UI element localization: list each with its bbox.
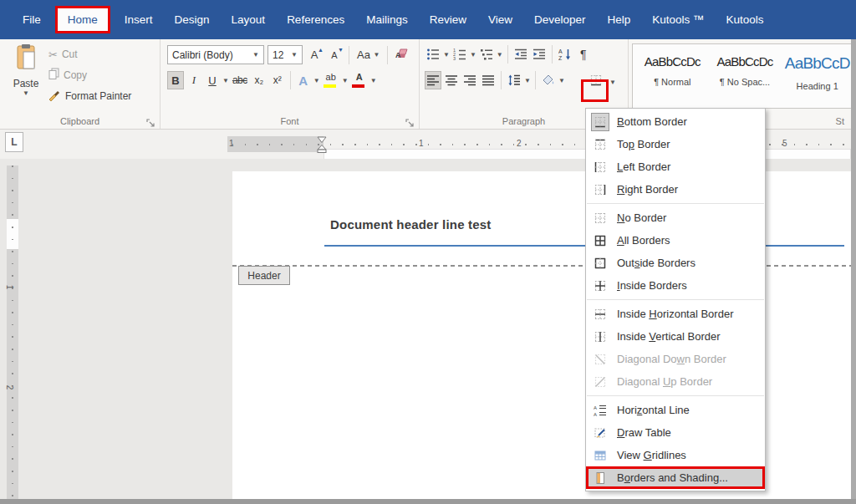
font-color-arrow-icon[interactable]: ▼: [370, 77, 377, 84]
borders-button[interactable]: [583, 71, 609, 93]
line-spacing-arrow-icon[interactable]: ▼: [524, 77, 531, 84]
border-menu-item[interactable]: Inside Horizontal Border: [586, 303, 765, 325]
document-heading-text: Document header line test: [330, 217, 492, 232]
border-menu-item: Diagonal Up Border: [586, 370, 765, 393]
clipboard-dialog-launcher-icon[interactable]: [146, 116, 156, 126]
font-group-label: Font: [160, 116, 419, 126]
top-border-icon: [591, 135, 609, 154]
underline-button[interactable]: U: [204, 71, 221, 89]
copy-button[interactable]: Copy: [48, 67, 131, 84]
border-menu-item[interactable]: Inside Borders: [586, 274, 765, 297]
numbering-arrow-icon[interactable]: ▼: [470, 51, 476, 59]
align-left-button[interactable]: [425, 71, 441, 89]
superscript-button[interactable]: x²: [269, 71, 286, 89]
change-case-button[interactable]: Aa ▼: [355, 46, 381, 64]
ribbon-tab[interactable]: References: [276, 8, 355, 31]
border-menu-item[interactable]: View Gridlines: [586, 444, 765, 466]
multilevel-list-button[interactable]: [478, 45, 495, 64]
italic-button[interactable]: I: [186, 71, 202, 89]
border-menu-item[interactable]: Borders and Shading...: [586, 466, 765, 489]
cut-button[interactable]: ✂ Cut: [48, 46, 131, 63]
highlight-color-swatch: [324, 84, 336, 88]
ribbon-tab[interactable]: Mailings: [355, 8, 419, 31]
horizontal-line-icon: AA: [591, 401, 609, 420]
ribbon-tab[interactable]: Kutools: [716, 8, 775, 31]
indent-markers[interactable]: [316, 136, 329, 156]
ribbon-tab[interactable]: Layout: [221, 8, 277, 31]
border-menu-item[interactable]: Left Border: [586, 155, 765, 178]
menu-item-label: Inside Horizontal Border: [617, 308, 733, 320]
border-menu-item[interactable]: Draw Table: [586, 421, 765, 444]
ribbon-tab[interactable]: File: [12, 8, 52, 31]
line-spacing-button[interactable]: [506, 71, 522, 89]
border-menu-item[interactable]: Inside Vertical Border: [586, 325, 765, 348]
combo-arrow-icon: ▼: [291, 51, 298, 59]
ribbon-tab[interactable]: View: [477, 8, 523, 31]
eraser-icon: A: [395, 48, 410, 63]
grow-font-button[interactable]: A▲: [306, 46, 323, 64]
sort-button[interactable]: AZ: [557, 45, 573, 64]
ribbon-tab[interactable]: Review: [419, 8, 477, 31]
text-highlight-button[interactable]: ab: [322, 71, 340, 89]
border-menu-item[interactable]: All Borders: [586, 229, 765, 252]
decrease-indent-button[interactable]: [512, 45, 529, 64]
show-formatting-button[interactable]: ¶: [575, 45, 592, 64]
align-right-button[interactable]: [461, 71, 478, 89]
shrink-font-button[interactable]: A▼: [326, 46, 343, 64]
align-center-button[interactable]: [443, 71, 460, 89]
ribbon-tab[interactable]: Insert: [114, 8, 164, 31]
styles-group-label: St: [836, 116, 844, 126]
style-card[interactable]: AaBbCcDc ¶ Normal: [636, 49, 709, 108]
font-color-button[interactable]: A: [350, 71, 369, 89]
vruler-ticks: [12, 165, 13, 499]
border-menu-item[interactable]: Outside Borders: [586, 252, 765, 274]
border-menu-item[interactable]: AA Horizontal Line: [586, 399, 765, 421]
menu-item-label: Outside Borders: [617, 257, 696, 269]
font-size-combobox[interactable]: 12▼: [268, 45, 303, 64]
text-effects-button[interactable]: A: [295, 71, 312, 89]
increase-indent-button[interactable]: [531, 45, 548, 64]
font-dialog-launcher-icon[interactable]: [405, 116, 415, 126]
subscript-button[interactable]: x₂: [251, 71, 268, 89]
ribbon-tab[interactable]: Home: [55, 6, 110, 33]
vertical-ruler[interactable]: 12: [7, 165, 18, 499]
border-menu-item[interactable]: Bottom Border: [586, 110, 765, 133]
menu-item-label: Horizontal Line: [617, 404, 690, 416]
left-border-icon: [591, 158, 609, 176]
highlight-arrow-icon[interactable]: ▼: [342, 77, 349, 84]
format-painter-button[interactable]: Format Painter: [48, 88, 131, 104]
font-name-combobox[interactable]: Calibri (Body)▼: [167, 45, 264, 64]
menu-item-label: All Borders: [617, 234, 670, 247]
style-card[interactable]: AaBbCcDc ¶ No Spac...: [709, 49, 782, 108]
border-menu-item[interactable]: No Border: [586, 206, 765, 229]
svg-text:A: A: [395, 51, 401, 59]
ribbon-tab[interactable]: Developer: [523, 8, 597, 31]
ribbon-tab[interactable]: Design: [164, 8, 221, 31]
text-effects-arrow-icon[interactable]: ▼: [313, 77, 320, 84]
paste-dropdown-arrow-icon[interactable]: ▼: [23, 89, 29, 97]
style-preview: AaBbCcD: [781, 54, 853, 73]
border-menu-item[interactable]: Right Border: [586, 178, 765, 201]
multilevel-arrow-icon[interactable]: ▼: [497, 51, 503, 59]
view-gridlines-icon: [591, 446, 609, 465]
shrink-font-arrow-icon: ▼: [338, 47, 344, 53]
underline-dropdown-arrow-icon[interactable]: ▼: [222, 77, 229, 84]
borders-dropdown-arrow-icon[interactable]: ▼: [609, 79, 616, 86]
numbering-button[interactable]: 123: [451, 45, 468, 64]
border-menu-item[interactable]: Top Border: [586, 133, 765, 155]
menu-item-label: View Gridlines: [617, 449, 686, 461]
paste-clipboard-icon: [15, 44, 37, 74]
paste-button[interactable]: Paste ▼: [7, 44, 45, 118]
bullets-button[interactable]: [425, 45, 441, 64]
shading-button[interactable]: [540, 71, 557, 89]
ribbon-tab[interactable]: Kutools ™: [641, 8, 715, 31]
bold-button[interactable]: B: [167, 71, 184, 89]
bullets-arrow-icon[interactable]: ▼: [443, 51, 450, 59]
style-card[interactable]: AaBbCcD Heading 1: [781, 49, 853, 108]
border-menu-item: Diagonal Down Border: [586, 348, 765, 370]
ribbon-tab[interactable]: Help: [597, 8, 642, 31]
justify-button[interactable]: [480, 71, 497, 89]
strikethrough-button[interactable]: abc: [231, 71, 249, 89]
shading-arrow-icon[interactable]: ▼: [558, 77, 565, 84]
clear-formatting-button[interactable]: A: [394, 46, 411, 64]
